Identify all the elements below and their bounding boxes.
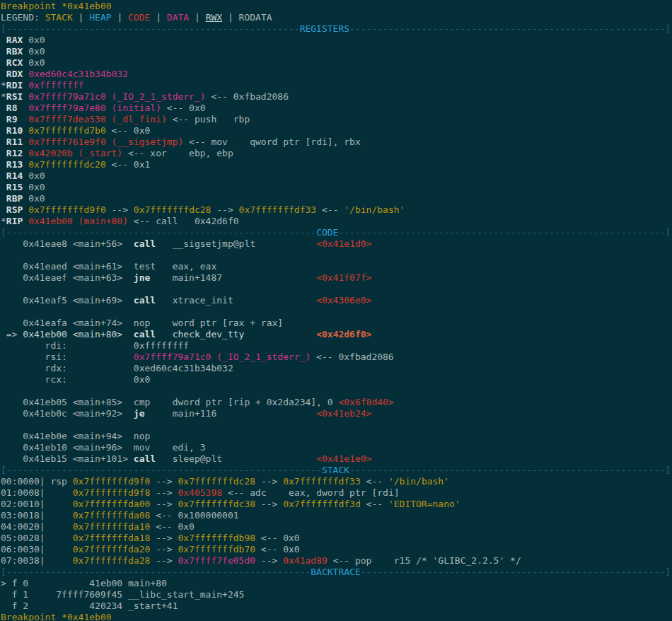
text-segment: rdi: [1, 340, 134, 351]
debugger-terminal[interactable]: Breakpoint *0x41eb00LEGEND: STACK | HEAP… [0, 0, 672, 621]
call-arg-row: rcx: 0x0 [1, 374, 672, 385]
divider-dashes: ----------------------------------------… [338, 227, 671, 238]
text-segment: 07:0038| [1, 555, 73, 566]
text-segment: 0x41eb0c <main+92> [1, 408, 134, 419]
text-segment: DATA [167, 12, 189, 23]
text-segment: main+1487 [150, 272, 316, 283]
text-segment: RSP [1, 204, 28, 215]
text-segment: 0xed60c4c31b34b032 [28, 69, 128, 79]
stack-row: 06:0030| 0x7fffffffda20 --> 0x7fffffffdb… [1, 544, 672, 555]
text-segment: 0x42020b (_start) [28, 148, 122, 158]
text-segment: <-- 0x0 [106, 125, 151, 136]
stack-row: 07:0038| 0x7fffffffda28 --> 0x7ffff7fe05… [1, 555, 672, 567]
divider-dashes: ----------------------------------------… [349, 465, 671, 475]
text-segment: RSI [6, 91, 28, 102]
divider-dashes: [---------------------------------------… [1, 227, 316, 238]
disasm-row: 0x41eb10 <main+96> mov edi, 3 [1, 442, 672, 453]
text-segment: 03:0018| [1, 510, 73, 521]
text-segment: 0x7fffffffda08 [73, 510, 151, 521]
text-segment: 0x7ffff7dea530 (_dl_fini) [28, 114, 167, 124]
call-arg-row: rsi: 0x7ffff79a71c0 (_IO_2_1_stderr_) <-… [1, 352, 672, 363]
text-segment: <-- [361, 476, 388, 487]
text-segment: 0x7fffffffdc28 [178, 476, 255, 487]
text-segment: '/bin/bash' [344, 204, 405, 215]
disasm-row: 0x41eb0e <main+94> nop [1, 431, 672, 442]
section-title: REGISTERS [300, 23, 349, 34]
text-segment: test eax, eax [134, 261, 216, 272]
text-segment: 0x7fffffffdc28 [134, 204, 212, 215]
text-segment: 05:0028| [1, 533, 73, 543]
text-segment: 0x0 [28, 182, 45, 192]
text-segment: <0x4306e0> [316, 295, 371, 306]
text-segment: HEAP [89, 12, 111, 23]
text-segment: <-- 0x0 [255, 544, 300, 555]
text-segment: 0x7fffffffd7b0 [28, 125, 106, 136]
text-segment: <-- 0xfbad2086 [206, 91, 289, 102]
stack-row: 02:0010| 0x7fffffffda00 --> 0x7fffffffdc… [1, 499, 672, 510]
stack-row: 05:0028| 0x7fffffffda18 --> 0x7fffffffdb… [1, 533, 672, 544]
text-segment: <-- 0x100000001 [150, 510, 238, 521]
text-segment: 0x7fffffffdb70 [178, 544, 255, 555]
text-segment: RAX [1, 35, 28, 45]
blank-row [1, 250, 672, 261]
text-segment: <-- mov qword ptr [rdi], rbx [183, 137, 360, 147]
text-segment: R13 [1, 159, 28, 170]
register-row: RAX 0x0 [1, 35, 672, 46]
text-segment: --> [150, 487, 178, 498]
text-segment: 'EDITOR=nano' [388, 499, 460, 509]
text-segment: rsi: [1, 352, 134, 362]
breakpoint-banner: Breakpoint *0x41eb00 [1, 1, 672, 12]
text-segment: | [189, 12, 205, 23]
stack-row: 04:0020| 0x7fffffffda10 <-- 0x0 [1, 521, 672, 533]
text-segment: 0x7ffff79a71c0 (_IO_2_1_stderr_) [28, 91, 205, 102]
text-segment: rsp [50, 476, 72, 487]
text-segment: Breakpoint *0x41eb00 [1, 612, 112, 621]
text-segment: * [1, 216, 6, 226]
backtrace-row: f 2 420234 _start+41 [1, 600, 672, 612]
text-segment: R8 [1, 103, 28, 113]
text-segment: 0x7fffffffd9f8 [73, 487, 151, 498]
text-segment: call [134, 329, 156, 339]
code-divider: [---------------------------------------… [1, 227, 672, 238]
text-segment: 0x7fffffffda10 [73, 521, 151, 532]
text-segment: 0x7ffff79a7e80 (initial) [28, 103, 161, 113]
register-row: R15 0x0 [1, 182, 672, 193]
text-segment: * [1, 91, 6, 102]
text-segment: R12 [1, 148, 28, 158]
register-row: R14 0x0 [1, 170, 672, 182]
text-segment: 0x41eb00 <main+80> [23, 329, 134, 339]
text-segment: 0x7ffff7fe05d0 [178, 555, 255, 566]
text-segment: 0x7fffffffda18 [73, 533, 151, 543]
text-segment: RWX [206, 12, 222, 23]
text-segment: 0x0 [28, 193, 45, 204]
text-segment: 0x7fffffffdc38 [178, 499, 255, 509]
text-segment: cmp dword ptr [rip + 0x2da234], 0 [134, 397, 339, 407]
blank-row [1, 306, 672, 318]
text-segment: 0x7fffffffd9f0 [28, 204, 106, 215]
text-segment: CODE [128, 12, 150, 23]
disasm-row: 0x41eb0c <main+92> je main+116 <0x41eb24… [1, 408, 672, 419]
register-row: *RSI 0x7ffff79a71c0 (_IO_2_1_stderr_) <-… [1, 91, 672, 103]
text-segment: <0x42d6f0> [316, 329, 371, 339]
text-segment: call [134, 238, 156, 249]
text-segment: --> [150, 544, 178, 555]
register-row: R13 0x7fffffffdc20 <-- 0x1 [1, 159, 672, 170]
stack-row: 00:0000| rsp 0x7fffffffd9f0 --> 0x7fffff… [1, 476, 672, 487]
text-segment: 0x0 [134, 374, 150, 385]
text-segment: 0x7ffff761e9f0 (__sigsetjmp) [28, 137, 183, 147]
text-segment: 0x0 [28, 57, 45, 68]
text-segment: --> [255, 476, 283, 487]
text-segment: <0x41e1e0> [316, 453, 371, 464]
text-segment: <0x41f07f> [316, 272, 371, 283]
disasm-row: 0x41eafa <main+74> nop word ptr [rax + r… [1, 318, 672, 329]
text-segment: <-- 0xfbad2086 [311, 352, 393, 362]
text-segment: --> [255, 499, 283, 509]
text-segment: STACK [45, 12, 73, 23]
disasm-row: 0x41eaed <main+61> test eax, eax [1, 261, 672, 272]
register-row: R12 0x42020b (_start) <-- xor ebp, ebp [1, 148, 672, 159]
text-segment: LEGEND: [1, 12, 45, 23]
text-segment: 0x7ffff79a71c0 (_IO_2_1_stderr_) [134, 352, 311, 362]
text-segment: '/bin/bash' [388, 476, 449, 487]
registers-divider: [---------------------------------------… [1, 23, 672, 35]
divider-dashes: [---------------------------------------… [1, 567, 311, 577]
